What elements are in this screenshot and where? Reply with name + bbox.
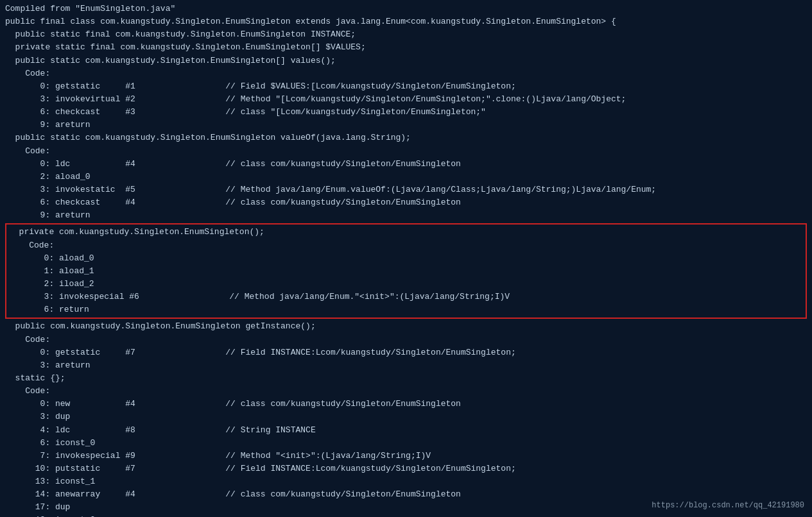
highlighted-code-line: 0: aload_0 — [9, 252, 803, 265]
highlighted-code-line: 1: aload_1 — [9, 265, 803, 278]
code-line: 0: getstatic #7 // Field INSTANCE:Lcom/k… — [5, 346, 807, 359]
code-line: private static final com.kuangstudy.Sing… — [5, 41, 807, 54]
code-line: Code: — [5, 334, 807, 346]
code-line: 0: new #4 // class com/kuangstudy/Single… — [5, 398, 807, 411]
highlighted-code-line: 2: iload_2 — [9, 278, 803, 291]
watermark: https://blog.csdn.net/qq_42191980 — [652, 500, 804, 512]
code-line: 9: areturn — [5, 119, 807, 131]
code-container: Compiled from "EnumSingleton.java"public… — [0, 0, 812, 517]
code-line: 3: dup — [5, 411, 807, 423]
lines-after-container: public com.kuangstudy.Singleton.EnumSing… — [5, 320, 807, 517]
code-line: Code: — [5, 385, 807, 398]
code-line: 14: anewarray #4 // class com/kuangstudy… — [5, 488, 807, 501]
code-line: public static com.kuangstudy.Singleton.E… — [5, 55, 807, 67]
highlighted-code-line: 6: return — [9, 303, 803, 316]
code-line: 3: invokestatic #5 // Method java/lang/E… — [5, 183, 807, 196]
code-line: Compiled from "EnumSingleton.java" — [5, 3, 807, 15]
code-line: 2: aload_0 — [5, 171, 807, 183]
code-line: Code: — [5, 67, 807, 80]
code-line: 0: getstatic #1 // Field $VALUES:[Lcom/k… — [5, 80, 807, 93]
code-line: 6: checkcast #4 // class com/kuangstudy/… — [5, 196, 807, 209]
code-line: public static com.kuangstudy.Singleton.E… — [5, 131, 807, 144]
highlighted-code-line: 3: invokespecial #6 // Method java/lang/… — [9, 291, 803, 303]
highlighted-code-line: private com.kuangstudy.Singleton.EnumSin… — [9, 226, 803, 239]
code-line: 13: iconst_1 — [5, 475, 807, 488]
lines-before: Compiled from "EnumSingleton.java"public… — [5, 3, 807, 222]
highlighted-block: private com.kuangstudy.Singleton.EnumSin… — [5, 223, 807, 319]
code-line: public com.kuangstudy.Singleton.EnumSing… — [5, 320, 807, 333]
code-line: 10: putstatic #7 // Field INSTANCE:Lcom/… — [5, 462, 807, 475]
code-line: 18: iconst_0 — [5, 514, 807, 517]
code-line: 3: invokevirtual #2 // Method "[Lcom/kua… — [5, 93, 807, 106]
code-line: 7: invokespecial #9 // Method "<init>":(… — [5, 450, 807, 462]
highlighted-code-line: Code: — [9, 239, 803, 252]
code-line: static {}; — [5, 372, 807, 385]
code-line: public final class com.kuangstudy.Single… — [5, 15, 807, 28]
code-line: 6: checkcast #3 // class "[Lcom/kuangstu… — [5, 106, 807, 119]
code-line: 3: areturn — [5, 359, 807, 372]
code-line: public static final com.kuangstudy.Singl… — [5, 28, 807, 41]
code-line: 4: ldc #8 // String INSTANCE — [5, 424, 807, 437]
code-line: 0: ldc #4 // class com/kuangstudy/Single… — [5, 158, 807, 171]
code-line: Code: — [5, 145, 807, 158]
code-line: 9: areturn — [5, 209, 807, 222]
code-line: 6: iconst_0 — [5, 437, 807, 450]
